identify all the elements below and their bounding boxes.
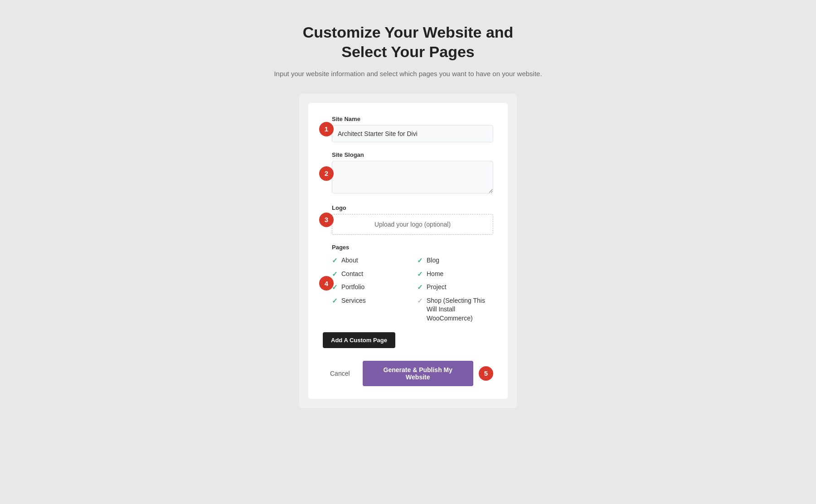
site-name-input[interactable] xyxy=(332,125,493,142)
check-services: ✓ xyxy=(332,296,338,305)
outer-card: 1 Site Name 2 Site Slogan 3 Logo Upload … xyxy=(299,94,517,408)
page-item-contact[interactable]: ✓ Contact xyxy=(332,270,408,279)
pages-label: Pages xyxy=(332,244,493,251)
logo-group: 3 Logo Upload your logo (optional) xyxy=(332,204,493,235)
action-row: Cancel Generate & Publish My Website 5 xyxy=(323,361,493,386)
check-about: ✓ xyxy=(332,256,338,265)
page-item-blog[interactable]: ✓ Blog xyxy=(417,256,493,265)
logo-upload-area[interactable]: Upload your logo (optional) xyxy=(332,214,493,235)
page-title: Customize Your Website and Select Your P… xyxy=(274,23,542,61)
page-header: Customize Your Website and Select Your P… xyxy=(274,23,542,79)
page-subtitle: Input your website information and selec… xyxy=(274,68,542,79)
page-item-shop[interactable]: ✓ Shop (Selecting This Will Install WooC… xyxy=(417,296,493,323)
check-blog: ✓ xyxy=(417,256,423,265)
site-name-label: Site Name xyxy=(332,116,493,122)
site-slogan-group: 2 Site Slogan xyxy=(332,151,493,195)
check-project: ✓ xyxy=(417,283,423,292)
site-slogan-input[interactable] xyxy=(332,161,493,194)
pages-grid: ✓ About ✓ Blog ✓ Contact ✓ Home ✓ Po xyxy=(332,256,493,323)
page-item-services[interactable]: ✓ Services xyxy=(332,296,408,323)
page-item-home[interactable]: ✓ Home xyxy=(417,270,493,279)
page-item-project[interactable]: ✓ Project xyxy=(417,283,493,292)
page-item-portfolio[interactable]: ✓ Portfolio xyxy=(332,283,408,292)
check-home: ✓ xyxy=(417,270,423,279)
page-item-about[interactable]: ✓ About xyxy=(332,256,408,265)
cancel-button[interactable]: Cancel xyxy=(323,365,357,382)
logo-label: Logo xyxy=(332,204,493,211)
pages-section: 4 Pages ✓ About ✓ Blog ✓ Contact ✓ xyxy=(332,244,493,323)
check-shop: ✓ xyxy=(417,296,423,305)
check-contact: ✓ xyxy=(332,270,338,279)
step-3-badge: 3 xyxy=(319,213,334,227)
step-4-badge: 4 xyxy=(319,276,334,291)
form-card: 1 Site Name 2 Site Slogan 3 Logo Upload … xyxy=(308,103,508,399)
generate-publish-button[interactable]: Generate & Publish My Website xyxy=(363,361,473,386)
step-5-badge: 5 xyxy=(479,366,493,381)
step-2-badge: 2 xyxy=(319,166,334,181)
add-custom-page-button[interactable]: Add A Custom Page xyxy=(323,332,395,348)
site-name-group: 1 Site Name xyxy=(332,116,493,142)
step-1-badge: 1 xyxy=(319,122,334,136)
site-slogan-label: Site Slogan xyxy=(332,151,493,158)
